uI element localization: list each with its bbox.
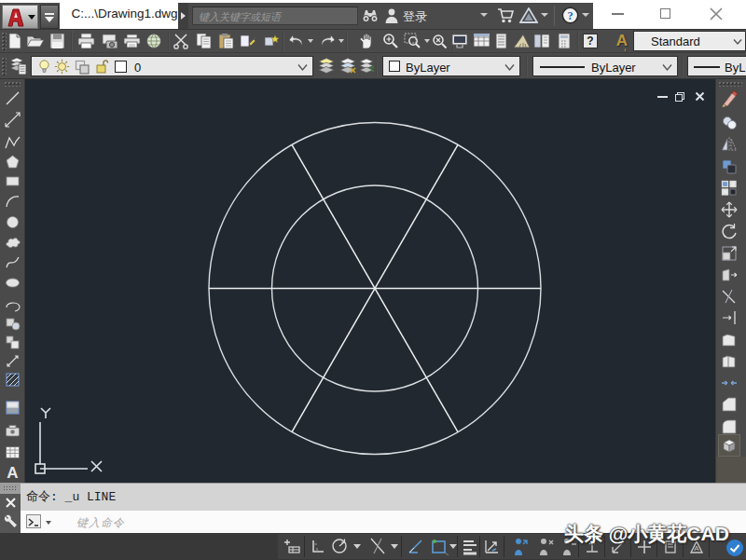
svg-text:A: A bbox=[7, 464, 18, 481]
svg-text:?: ? bbox=[567, 9, 573, 22]
